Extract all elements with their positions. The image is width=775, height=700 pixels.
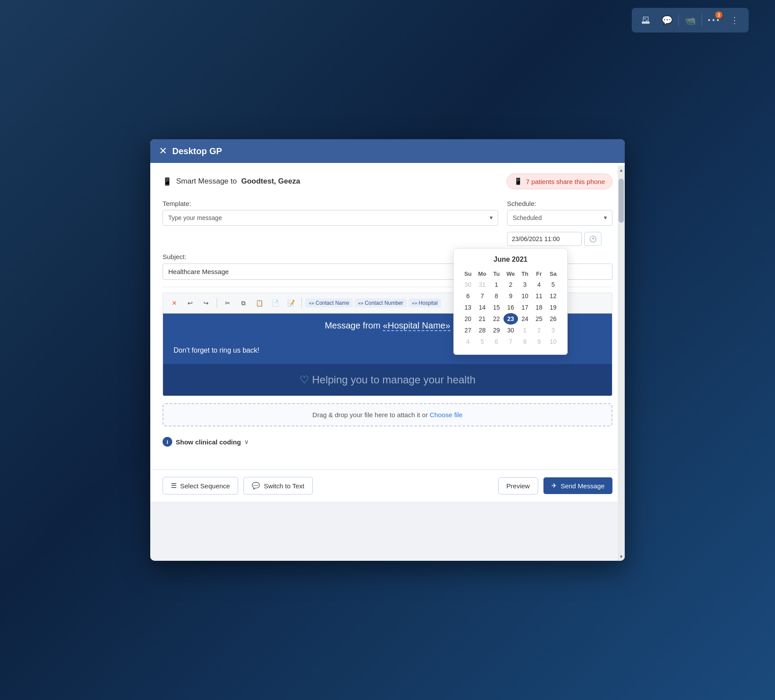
scroll-down-arrow[interactable]: ▼ <box>618 552 625 561</box>
template-label: Template: <box>163 200 498 207</box>
calendar-day[interactable]: 9 <box>503 290 518 302</box>
calendar-day[interactable]: 30 <box>461 279 475 290</box>
email-footer: ♡ Helping you to manage your health <box>163 364 612 396</box>
sequence-icon: ☰ <box>171 482 177 490</box>
calendar-day[interactable]: 21 <box>475 313 489 325</box>
more-options-icon[interactable]: ⋮ <box>725 11 744 30</box>
calendar-day[interactable]: 4 <box>461 336 475 347</box>
calendar-day[interactable]: 29 <box>489 325 503 336</box>
calendar-day[interactable]: 8 <box>518 336 532 347</box>
calendar-day[interactable]: 13 <box>461 302 475 313</box>
calendar-day[interactable]: 17 <box>518 302 532 313</box>
calendar-body: 3031123456789101112131415161718192021222… <box>461 279 560 347</box>
calendar-day[interactable]: 11 <box>532 290 546 302</box>
calendar-day[interactable]: 12 <box>546 290 560 302</box>
send-message-button[interactable]: ✈ Send Message <box>543 477 612 494</box>
toolbar-divider <box>217 298 217 308</box>
datetime-row: 🕐 <box>507 232 612 246</box>
calendar-day[interactable]: 31 <box>475 279 489 290</box>
chat-icon[interactable]: 💬 <box>657 11 677 30</box>
calendar-day[interactable]: 1 <box>518 325 532 336</box>
calendar-day[interactable]: 6 <box>461 290 475 302</box>
calendar-day[interactable]: 25 <box>532 313 546 325</box>
inbox-icon[interactable]: 🗳 <box>636 11 655 30</box>
calendar-day[interactable]: 3 <box>546 325 560 336</box>
contact-number-tag[interactable]: «» Contact Number <box>355 299 407 307</box>
template-select[interactable]: Type your message <box>163 210 498 226</box>
redo-btn[interactable]: ↪ <box>199 296 213 310</box>
contact-number-label: Contact Number <box>365 300 403 306</box>
chevron-down-icon: ∨ <box>244 438 249 445</box>
schedule-select[interactable]: Scheduled Send Now Send Later <box>507 210 612 226</box>
calendar-day[interactable]: 5 <box>546 279 560 290</box>
schedule-label: Schedule: <box>507 200 612 207</box>
template-schedule-row: Template: Type your message ▼ Schedule: … <box>163 200 612 246</box>
undo-btn[interactable]: ↩ <box>183 296 197 310</box>
calendar-day[interactable]: 4 <box>532 279 546 290</box>
calendar-day[interactable]: 1 <box>489 279 503 290</box>
calendar-day[interactable]: 9 <box>532 336 546 347</box>
tag-chevrons-left-3: «» <box>412 300 417 306</box>
calendar-day[interactable]: 24 <box>518 313 532 325</box>
calendar-day[interactable]: 10 <box>546 336 560 347</box>
calendar-day[interactable]: 22 <box>489 313 503 325</box>
scroll-up-arrow[interactable]: ▲ <box>618 166 625 174</box>
calendar-day[interactable]: 27 <box>461 325 475 336</box>
calendar-grid: Su Mo Tu We Th Fr Sa 3031123456789101112… <box>461 269 560 347</box>
window-title: Desktop GP <box>172 146 222 156</box>
calendar-day[interactable]: 5 <box>475 336 489 347</box>
datetime-input[interactable] <box>507 232 582 246</box>
hospital-name-tag[interactable]: «Hospital Name» <box>383 321 450 331</box>
preview-button[interactable]: Preview <box>498 477 538 494</box>
calendar-day[interactable]: 10 <box>518 290 532 302</box>
calendar-day[interactable]: 20 <box>461 313 475 325</box>
calendar-day[interactable]: 15 <box>489 302 503 313</box>
close-button[interactable]: ✕ <box>159 145 167 157</box>
recipient-name: Goodtest, Geeza <box>241 177 300 186</box>
phone-warning-icon: 📱 <box>514 177 522 185</box>
calendar-day[interactable]: 2 <box>532 325 546 336</box>
cut-btn[interactable]: ✂ <box>221 296 235 310</box>
calendar-day[interactable]: 28 <box>475 325 489 336</box>
cancel-toolbar-btn[interactable]: ✕ <box>167 296 181 310</box>
calendar-day[interactable]: 30 <box>503 325 518 336</box>
paste-plain-btn[interactable]: 📄 <box>268 296 282 310</box>
clinical-coding-row[interactable]: i Show clinical coding ∨ <box>163 433 612 450</box>
paste-word-btn[interactable]: 📝 <box>284 296 298 310</box>
drag-drop-area[interactable]: Drag & drop your file here to attach it … <box>163 403 612 426</box>
day-header-tu: Tu <box>489 269 503 279</box>
calendar-week-row: 20212223242526 <box>461 313 560 325</box>
calendar-day[interactable]: 3 <box>518 279 532 290</box>
switch-to-text-button[interactable]: 💬 Switch to Text <box>243 477 312 494</box>
hospital-tag[interactable]: «» Hospital <box>409 299 442 307</box>
copy-btn[interactable]: ⧉ <box>236 296 250 310</box>
calendar-day[interactable]: 7 <box>475 290 489 302</box>
clock-button[interactable]: 🕐 <box>584 232 601 246</box>
calendar-day[interactable]: 14 <box>475 302 489 313</box>
title-bar: ✕ Desktop GP <box>150 139 625 163</box>
calendar-day[interactable]: 26 <box>546 313 560 325</box>
email-header-text: Message from <box>325 321 383 330</box>
calendar-day[interactable]: 23 <box>503 313 518 325</box>
footer-row: ☰ Select Sequence 💬 Switch to Text Previ… <box>150 469 625 502</box>
recipient-label: 📱 Smart Message to Goodtest, Geeza <box>163 177 300 186</box>
calendar-day[interactable]: 18 <box>532 302 546 313</box>
send-message-label: Send Message <box>561 482 605 490</box>
calendar-day[interactable]: 8 <box>489 290 503 302</box>
calendar-day[interactable]: 19 <box>546 302 560 313</box>
contact-name-tag[interactable]: «» Contact Name <box>305 299 353 307</box>
notification-icon[interactable]: • • • 3 <box>704 11 723 30</box>
calendar-day[interactable]: 2 <box>503 279 518 290</box>
paste-btn[interactable]: 📋 <box>252 296 266 310</box>
calendar-day[interactable]: 16 <box>503 302 518 313</box>
calendar-day[interactable]: 6 <box>489 336 503 347</box>
subject-label: Subject: <box>163 253 186 260</box>
send-icon: ✈ <box>551 482 557 490</box>
scroll-thumb[interactable] <box>619 179 624 223</box>
window-scrollbar[interactable]: ▲ ▼ <box>618 166 625 561</box>
video-icon[interactable]: 📹 <box>681 11 700 30</box>
drag-drop-text: Drag & drop your file here to attach it … <box>312 411 430 419</box>
calendar-day[interactable]: 7 <box>503 336 518 347</box>
choose-file-link[interactable]: Choose file <box>430 411 463 419</box>
select-sequence-button[interactable]: ☰ Select Sequence <box>163 477 238 494</box>
